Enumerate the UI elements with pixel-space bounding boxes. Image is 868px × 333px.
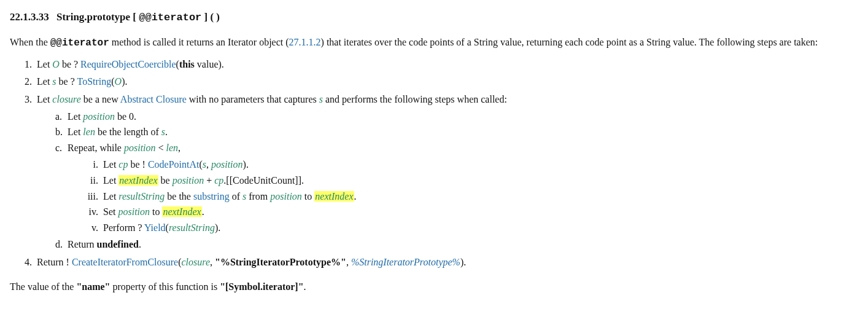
intro-pre: When the (10, 37, 50, 47)
heading-symbol: @@iterator (139, 12, 201, 23)
intro-post: ) that iterates over the code points of … (321, 37, 818, 47)
link-substring[interactable]: substring (193, 191, 230, 202)
step-marker: d. (55, 237, 65, 253)
algorithm-steps: 1. Let O be ? RequireObjectCoercible(thi… (10, 57, 858, 270)
var-cp: cp (118, 159, 128, 170)
var-position: position (172, 175, 204, 186)
intro-mid: method is called it returns an Iterator … (109, 37, 289, 47)
link-createiteratorfromclosure[interactable]: CreateIteratorFromClosure (72, 257, 178, 267)
string-literal: "%StringIteratorPrototype%" (215, 257, 346, 267)
link-tostring[interactable]: ToString (77, 76, 111, 87)
var-resultstring: resultString (169, 222, 215, 233)
var-len: len (166, 143, 179, 153)
footer-mid: property of this function is (110, 281, 220, 292)
footer-paragraph: The value of the "name" property of this… (10, 279, 858, 295)
step-marker: i. (86, 157, 98, 173)
step-3c-ii: ii. Let nextIndex be position + cp.[[Cod… (86, 173, 858, 189)
var-position: position (211, 159, 243, 170)
var-len: len (83, 127, 95, 137)
var-position: position (270, 191, 302, 202)
intro-method: @@iterator (50, 37, 109, 49)
step-3: 3. Let closure be a new Abstract Closure… (25, 92, 858, 253)
var-nextindex: nextIndex (314, 191, 354, 202)
var-cp: cp (214, 175, 223, 186)
var-position: position (124, 143, 156, 153)
step-marker: 3. (25, 92, 34, 108)
step-2: 2. Let s be ? ToString(O). (25, 74, 858, 90)
heading-number: 22.1.3.33 (10, 11, 49, 23)
step-marker: a. (55, 109, 65, 125)
kw-undefined: undefined (97, 239, 139, 249)
step-marker: c. (55, 140, 65, 156)
section-heading: 22.1.3.33 String.prototype [ @@iterator … (10, 9, 858, 26)
step-3c-iv: iv. Set position to nextIndex. (86, 204, 858, 220)
step-marker: iv. (86, 204, 98, 220)
var-position: position (118, 206, 150, 217)
var-O: O (52, 59, 60, 69)
var-nextindex: nextIndex (118, 175, 158, 186)
step-marker: ii. (86, 173, 98, 189)
step-3c-i: i. Let cp be ! CodePointAt(s, position). (86, 157, 858, 173)
step-marker: iii. (86, 189, 98, 205)
step-3a: a. Let position be 0. (55, 109, 858, 125)
var-resultstring: resultString (118, 191, 165, 202)
var-nextindex: nextIndex (162, 206, 201, 217)
step-marker: v. (86, 220, 98, 236)
step-3b: b. Let len be the length of s. (55, 124, 858, 140)
step-marker: 2. (25, 74, 34, 90)
kw-this: this (179, 59, 195, 69)
step-1: 1. Let O be ? RequireObjectCoercible(thi… (25, 57, 858, 72)
footer-pre: The value of the (10, 281, 76, 292)
intro-ref-link[interactable]: 27.1.1.2 (289, 37, 321, 47)
step-3c-v: v. Perform ? Yield(resultString). (86, 220, 858, 236)
var-closure: closure (52, 94, 81, 104)
link-abstract-closure[interactable]: Abstract Closure (120, 94, 187, 104)
substeps-3c: i. Let cp be ! CodePointAt(s, position).… (55, 157, 858, 235)
substeps-3: a. Let position be 0. b. Let len be the … (25, 109, 858, 253)
var-position: position (83, 111, 115, 122)
link-codepointat[interactable]: CodePointAt (148, 159, 200, 170)
footer-name-prop: "name" (76, 281, 110, 292)
step-marker: b. (55, 124, 65, 140)
step-3d: d. Return undefined. (55, 237, 858, 253)
step-3c: c. Repeat, while position < len, i. Let … (55, 140, 858, 236)
step-marker: 1. (25, 57, 34, 72)
step-4: 4. Return ! CreateIteratorFromClosure(cl… (25, 254, 858, 270)
link-stringiteratorprototype[interactable]: %StringIteratorPrototype% (351, 257, 460, 267)
heading-title-prefix: String.prototype [ (56, 11, 139, 23)
link-yield[interactable]: Yield (144, 222, 166, 233)
intro-paragraph: When the @@iterator method is called it … (10, 34, 858, 52)
var-O: O (115, 76, 122, 87)
step-marker: 4. (25, 254, 34, 270)
footer-period: . (304, 281, 306, 292)
heading-title-suffix: ] ( ) (201, 11, 220, 23)
var-closure: closure (181, 257, 210, 267)
footer-value: "[Symbol.iterator]" (220, 281, 303, 292)
step-3c-iii: iii. Let resultString be the substring o… (86, 189, 858, 205)
link-requireobjectcoercible[interactable]: RequireObjectCoercible (80, 59, 176, 69)
